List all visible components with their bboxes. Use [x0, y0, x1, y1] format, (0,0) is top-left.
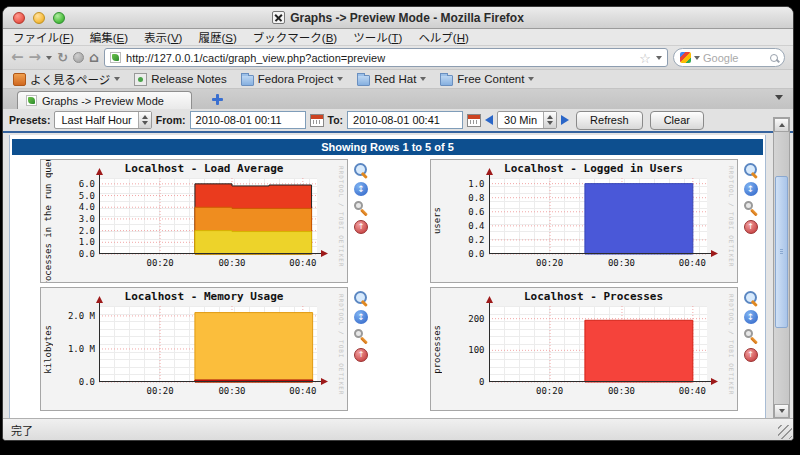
resize-grip[interactable]: [778, 425, 792, 439]
close-window-button[interactable]: [13, 12, 25, 24]
titlebar[interactable]: Graphs -> Preview Mode - Mozilla Firefox: [3, 7, 793, 29]
to-calendar-icon[interactable]: [467, 114, 481, 127]
y-tick-label: 1.0: [445, 179, 485, 189]
graph-source-icon[interactable]: [744, 182, 758, 196]
zoom-icon[interactable]: [354, 291, 368, 305]
clear-button[interactable]: Clear: [650, 111, 704, 130]
y-tick-label: 100: [445, 345, 485, 355]
menu-item-3[interactable]: 履歴(S): [198, 29, 236, 45]
bookmark-label: Release Notes: [151, 73, 226, 85]
y-tick-label: 0.2: [445, 235, 485, 245]
minimize-window-button[interactable]: [33, 12, 45, 24]
graph-actions: [744, 287, 758, 362]
list-all-tabs-icon[interactable]: [775, 95, 783, 100]
home-icon[interactable]: [89, 50, 99, 65]
wrench-icon[interactable]: [354, 201, 368, 215]
bookmark-item-3[interactable]: Red Hat: [357, 73, 426, 86]
bookmark-item-4[interactable]: Free Content: [440, 73, 534, 86]
from-calendar-icon[interactable]: [310, 114, 324, 127]
bookmarks-toolbar: よく見るページRelease NotesFedora ProjectRed Ha…: [3, 70, 793, 89]
new-tab-button[interactable]: [210, 92, 224, 106]
refresh-button[interactable]: Refresh: [576, 111, 643, 130]
menu-item-5[interactable]: ツール(T): [353, 29, 402, 45]
rrdtool-watermark-text: RRDTOOL / TOBI OETIKER: [338, 294, 345, 395]
page-favicon-placeholder-icon: [272, 11, 285, 24]
csv-export-icon[interactable]: [354, 220, 368, 234]
from-date-input[interactable]: 2010-08-01 00:11: [190, 111, 306, 129]
forward-button-icon[interactable]: [29, 50, 42, 65]
rows-banner: Showing Rows 1 to 5 of 5: [12, 139, 763, 155]
graph-plot-area[interactable]: [489, 178, 707, 254]
bookmark-star-icon[interactable]: [639, 49, 651, 67]
back-button-icon[interactable]: [11, 50, 24, 65]
history-dropdown-icon[interactable]: [46, 56, 52, 60]
zoom-icon[interactable]: [744, 163, 758, 177]
search-icon[interactable]: [770, 54, 778, 62]
shift-time-forward-icon[interactable]: [561, 115, 569, 125]
reload-icon[interactable]: [57, 50, 68, 65]
graph-title: Localhost - Load Average: [71, 162, 337, 175]
menu-item-4[interactable]: ブックマーク(B): [253, 29, 337, 45]
bookmark-label: よく見るページ: [30, 71, 110, 87]
tab-label: Graphs -> Preview Mode: [42, 95, 164, 107]
csv-export-icon[interactable]: [354, 348, 368, 362]
nav-toolbar: http://127.0.0.1/cacti/graph_view.php?ac…: [3, 46, 793, 70]
stop-icon[interactable]: [73, 52, 84, 63]
graph-source-icon[interactable]: [354, 182, 368, 196]
tab-graphs-preview-mode[interactable]: Graphs -> Preview Mode: [17, 91, 192, 109]
graph-panel-2: Localhost - Memory Usagekilobytes2.0 M1.…: [40, 287, 348, 411]
interval-select[interactable]: 30 Min: [497, 111, 557, 129]
graph-plot-area[interactable]: [489, 306, 707, 382]
csv-export-icon[interactable]: [744, 220, 758, 234]
bookmark-label: Fedora Project: [258, 73, 333, 85]
search-engine-dropdown-icon[interactable]: [694, 56, 700, 60]
zoom-icon[interactable]: [354, 163, 368, 177]
to-date-input[interactable]: 2010-08-01 00:41: [347, 111, 463, 129]
x-tick-label: 00:20: [528, 386, 572, 396]
rrdtool-watermark: RRDTOOL / TOBI OETIKER: [338, 166, 345, 282]
presets-select[interactable]: Last Half Hour: [54, 111, 151, 129]
y-axis-label: kilobytes: [42, 288, 53, 410]
y-axis-label-text: users: [432, 207, 442, 234]
select-stepper-icon[interactable]: [543, 112, 556, 128]
vertical-scrollbar[interactable]: [773, 117, 790, 419]
menu-item-1[interactable]: 編集(E): [90, 29, 128, 45]
bookmark-item-1[interactable]: Release Notes: [134, 73, 226, 86]
graph-source-icon[interactable]: [354, 310, 368, 324]
menu-item-0[interactable]: ファイル(F): [13, 29, 74, 45]
url-dropdown-icon[interactable]: [656, 56, 662, 60]
x-tick-label: 00:30: [599, 258, 643, 268]
x-tick-label: 00:20: [138, 258, 182, 268]
y-tick-label: 200: [445, 314, 485, 324]
bookmark-item-0[interactable]: よく見るページ: [13, 71, 120, 87]
rrdtool-watermark-text: RRDTOOL / TOBI OETIKER: [728, 166, 735, 267]
bookmark-item-2[interactable]: Fedora Project: [241, 73, 343, 86]
graph-source-icon[interactable]: [744, 310, 758, 324]
graph-plot-area[interactable]: [99, 306, 317, 382]
search-box[interactable]: Google: [673, 48, 785, 67]
rrdtool-watermark: RRDTOOL / TOBI OETIKER: [728, 166, 735, 282]
url-text[interactable]: http://127.0.0.1/cacti/graph_view.php?ac…: [126, 52, 634, 64]
csv-export-icon[interactable]: [744, 348, 758, 362]
graph-panel-0: Localhost - Load Averageprocesses in the…: [40, 159, 348, 283]
shift-time-back-icon[interactable]: [485, 115, 493, 125]
menu-item-2[interactable]: 表示(V): [144, 29, 182, 45]
window-title: Graphs -> Preview Mode - Mozilla Firefox: [290, 11, 524, 25]
y-tick-label: 2.0 M: [55, 311, 95, 321]
zoom-window-button[interactable]: [53, 12, 65, 24]
url-bar[interactable]: http://127.0.0.1/cacti/graph_view.php?ac…: [104, 48, 668, 67]
graph-grid: Localhost - Load Averageprocesses in the…: [10, 155, 765, 411]
wrench-icon[interactable]: [354, 329, 368, 343]
scroll-down-icon[interactable]: [774, 404, 789, 418]
wrench-icon[interactable]: [744, 329, 758, 343]
scrollbar-thumb[interactable]: [775, 176, 788, 328]
graph-cell-0: Localhost - Load Averageprocesses in the…: [10, 159, 388, 283]
menu-item-6[interactable]: ヘルプ(H): [418, 29, 469, 45]
select-stepper-icon[interactable]: [138, 112, 151, 128]
wrench-icon[interactable]: [744, 201, 758, 215]
scroll-up-icon[interactable]: [774, 118, 789, 132]
search-input[interactable]: Google: [703, 52, 767, 64]
y-axis-label-text: processes in the run queue: [43, 159, 53, 283]
zoom-icon[interactable]: [744, 291, 758, 305]
graph-plot-area[interactable]: [99, 178, 317, 254]
